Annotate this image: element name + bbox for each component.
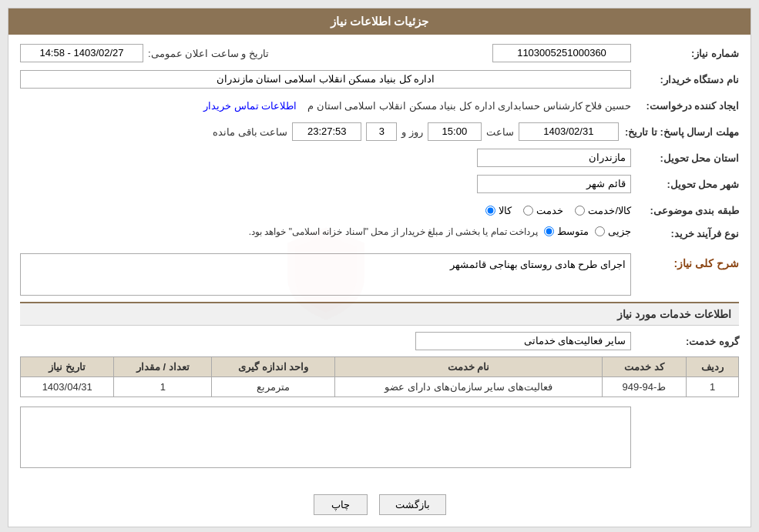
row-deadline: مهلت ارسال پاسخ: تا تاریخ: 1403/02/31 سا… [20, 121, 739, 142]
category-service-label: خدمت [536, 205, 563, 216]
footer-buttons: بازگشت چاپ [8, 483, 751, 527]
city-value-wrapper: قائم شهر [20, 175, 631, 193]
buyer-notes-textarea[interactable] [20, 407, 631, 468]
row-category: طبقه بندی موضوعی: کالا خدمت کالا/خدمت [20, 199, 739, 221]
deadline-label: مهلت ارسال پاسخ: تا تاریخ: [619, 126, 739, 138]
deadline-value-wrapper: 1403/02/31 ساعت 15:00 روز و 3 23:27:53 س… [20, 122, 619, 141]
content-area: شماره نیاز: 1103005251000360 تاریخ و ساع… [8, 35, 751, 483]
process-partial-radio[interactable] [595, 226, 605, 236]
city-label: شهر محل تحویل: [631, 179, 739, 190]
creator-label: ایجاد کننده درخواست: [631, 100, 739, 112]
need-number-label: شماره نیاز: [631, 48, 739, 59]
process-value-wrapper: جزیی متوسط پرداخت تمام یا بخشی از مبلغ خ… [20, 226, 631, 237]
creator-value: حسین فلاح کارشناس حسابداری اداره کل بنیا… [307, 100, 631, 112]
category-both-label: کالا/خدمت [588, 205, 631, 216]
row-province: استان محل تحویل: مازندران [20, 147, 739, 169]
row-need-number: شماره نیاز: 1103005251000360 تاریخ و ساع… [20, 42, 739, 64]
deadline-remaining-box: 23:27:53 [292, 122, 361, 141]
category-label: طبقه بندی موضوعی: [631, 205, 739, 216]
service-group-label: گروه خدمت: [631, 336, 739, 347]
category-kala-label: کالا [499, 205, 512, 216]
category-radio-service: خدمت [523, 205, 563, 216]
print-button[interactable]: چاپ [314, 494, 368, 515]
need-number-box: 1103005251000360 [492, 44, 631, 62]
need-number-value-wrapper: 1103005251000360 تاریخ و ساعت اعلان عموم… [20, 44, 631, 62]
process-note: پرداخت تمام یا بخشی از مبلغ خریدار از مح… [249, 226, 538, 237]
buyer-org-value-wrapper: اداره کل بنیاد مسکن انقلاب اسلامی استان … [20, 70, 631, 89]
row-creator: ایجاد کننده درخواست: حسین فلاح کارشناس ح… [20, 95, 739, 116]
creator-row-flex: حسین فلاح کارشناس حسابداری اداره کل بنیا… [20, 100, 631, 112]
row-buyer-notes [20, 407, 739, 470]
buyer-notes-value-wrapper [20, 407, 631, 470]
description-value-wrapper: اجرای طرح هادی روستای بهناجی قائمشهر [20, 253, 631, 296]
cell-row-num: 1 [687, 377, 739, 397]
creator-value-wrapper: حسین فلاح کارشناس حسابداری اداره کل بنیا… [20, 100, 631, 112]
category-value-wrapper: کالا خدمت کالا/خدمت [20, 205, 631, 216]
category-both-radio[interactable] [575, 206, 585, 216]
cell-service-name: فعالیت‌های سایر سازمان‌های دارای عضو [335, 377, 603, 397]
services-section-title: اطلاعات خدمات مورد نیاز [20, 302, 739, 326]
need-number-row-flex: 1103005251000360 تاریخ و ساعت اعلان عموم… [20, 44, 631, 62]
page-header: جزئیات اطلاعات نیاز [8, 8, 751, 35]
service-group-box: سایر فعالیت‌های خدماتی [415, 332, 631, 350]
description-text: اجرای طرح هادی روستای بهناجی قائمشهر [450, 259, 626, 270]
cell-quantity: 1 [114, 377, 212, 397]
cell-service-code: ط-94-949 [602, 377, 686, 397]
row-city: شهر محل تحویل: قائم شهر [20, 173, 739, 195]
city-box: قائم شهر [477, 175, 631, 193]
col-service-code: کد خدمت [602, 357, 686, 377]
services-table: ردیف کد خدمت نام خدمت واحد اندازه گیری ت… [20, 356, 739, 397]
back-button[interactable]: بازگشت [379, 494, 446, 515]
row-service-group: گروه خدمت: سایر فعالیت‌های خدماتی [20, 330, 739, 352]
deadline-date-box: 1403/02/31 [519, 122, 619, 141]
page-wrapper: جزئیات اطلاعات نیاز شماره نیاز: 11030052… [0, 0, 759, 532]
province-value-wrapper: مازندران [20, 149, 631, 167]
col-quantity: تعداد / مقدار [114, 357, 212, 377]
col-row-num: ردیف [687, 357, 739, 377]
province-box: مازندران [477, 149, 631, 167]
col-service-name: نام خدمت [335, 357, 603, 377]
service-group-value-wrapper: سایر فعالیت‌های خدماتی [20, 332, 631, 350]
category-service-radio[interactable] [523, 206, 533, 216]
category-kala-radio[interactable] [485, 206, 495, 216]
category-radio-both: کالا/خدمت [575, 205, 631, 216]
cell-date: 1403/04/31 [21, 377, 114, 397]
process-medium-label: متوسط [557, 226, 589, 237]
creator-link[interactable]: اطلاعات تماس خریدار [203, 100, 297, 112]
province-label: استان محل تحویل: [631, 152, 739, 164]
category-radio-kala: کالا [485, 205, 512, 216]
cell-unit: مترمربع [212, 377, 335, 397]
deadline-time-label: ساعت [486, 126, 514, 138]
description-section-label: شرح کلی نیاز: [631, 253, 739, 269]
announce-date-box: 1403/02/27 - 14:58 [20, 44, 143, 62]
category-radio-group: کالا خدمت کالا/خدمت [20, 205, 631, 216]
deadline-days-box: 3 [366, 122, 397, 141]
buyer-org-box: اداره کل بنیاد مسکن انقلاب اسلامی استان … [20, 70, 631, 89]
row-description: شرح کلی نیاز: اجرای طرح هادی روستای بهنا… [20, 253, 739, 296]
col-date: تاریخ نیاز [21, 357, 114, 377]
col-unit: واحد اندازه گیری [212, 357, 335, 377]
deadline-time-box: 15:00 [428, 122, 482, 141]
table-row: 1 ط-94-949 فعالیت‌های سایر سازمان‌های دا… [21, 377, 739, 397]
announce-date-label: تاریخ و ساعت اعلان عمومی: [148, 48, 269, 59]
description-box: اجرای طرح هادی روستای بهناجی قائمشهر [20, 253, 631, 296]
row-buyer-org: نام دستگاه خریدار: اداره کل بنیاد مسکن ا… [20, 69, 739, 90]
buyer-notes-label [631, 407, 739, 410]
process-radio-partial: جزیی [595, 226, 631, 237]
page-title: جزئیات اطلاعات نیاز [331, 15, 428, 28]
process-row-flex: جزیی متوسط پرداخت تمام یا بخشی از مبلغ خ… [20, 226, 631, 237]
main-container: جزئیات اطلاعات نیاز شماره نیاز: 11030052… [8, 8, 751, 527]
deadline-day-label: روز و [401, 126, 423, 138]
process-partial-label: جزیی [608, 226, 631, 237]
process-label: نوع فرآیند خرید: [631, 226, 739, 239]
row-process: نوع فرآیند خرید: جزیی متوسط پرداخت تمام … [20, 226, 739, 247]
deadline-remaining-label: ساعت باقی مانده [213, 126, 287, 138]
process-radio-medium: متوسط [544, 226, 589, 237]
buyer-org-label: نام دستگاه خریدار: [631, 74, 739, 85]
deadline-row-flex: 1403/02/31 ساعت 15:00 روز و 3 23:27:53 س… [20, 122, 619, 141]
process-medium-radio[interactable] [544, 226, 554, 236]
